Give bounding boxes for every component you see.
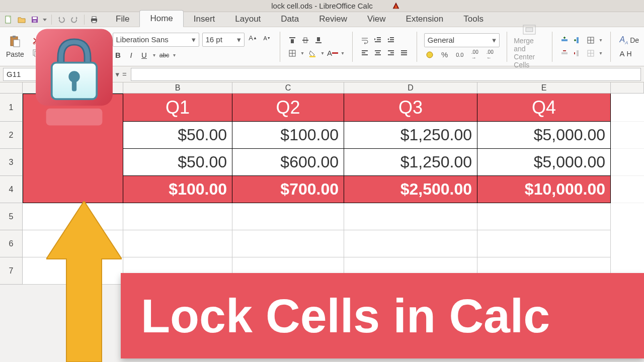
cell-E2[interactable]: $5,000.00 (477, 122, 611, 149)
italic-button[interactable]: I (126, 50, 137, 61)
col-header-B[interactable]: B (123, 82, 232, 94)
cell-C4[interactable]: $700.00 (232, 176, 344, 203)
cell-D3[interactable]: $1,250.00 (344, 149, 477, 176)
cell-C3[interactable]: $600.00 (232, 149, 344, 176)
cell-blank[interactable] (611, 230, 644, 257)
cell-D2[interactable]: $1,250.00 (344, 122, 477, 149)
cell-blank[interactable] (611, 203, 644, 230)
tab-insert[interactable]: Insert (184, 11, 225, 27)
cell-B2[interactable]: $50.00 (123, 122, 232, 149)
borders-button[interactable] (287, 48, 298, 59)
underline-button[interactable]: U (139, 50, 150, 61)
align-middle-button[interactable] (300, 35, 311, 46)
font-size-combo[interactable]: 16 pt ▾ (202, 33, 245, 47)
currency-button[interactable] (424, 49, 435, 60)
open-doc-icon[interactable] (16, 14, 27, 25)
cell-E1[interactable]: Q4 (477, 94, 611, 122)
tab-view[interactable]: View (357, 11, 396, 27)
decrease-indent-button[interactable] (385, 35, 396, 46)
tab-data[interactable]: Data (271, 11, 309, 27)
col-header-C[interactable]: C (232, 82, 344, 94)
cell-D1[interactable]: Q3 (344, 94, 477, 122)
row-header-7[interactable]: 7 (0, 257, 23, 285)
delete-col-button[interactable] (572, 48, 583, 59)
font-color-dropdown[interactable]: ▾ (340, 48, 345, 59)
new-doc-icon[interactable] (3, 14, 14, 25)
select-all-corner[interactable] (0, 82, 23, 94)
redo-icon[interactable] (69, 14, 80, 25)
insert-col-button[interactable] (572, 35, 583, 46)
merge-center-button[interactable]: Merge and Center Cells (514, 25, 544, 69)
delete-row-button[interactable] (559, 48, 570, 59)
increase-indent-button[interactable] (372, 35, 383, 46)
row-header-4[interactable]: 4 (0, 176, 23, 203)
overline-button[interactable]: ▾ (172, 50, 177, 61)
cell-blank[interactable] (611, 122, 644, 149)
cell-E5[interactable] (477, 203, 611, 230)
font-color-button[interactable]: A (327, 48, 338, 59)
font-name-combo[interactable]: Liberation Sans ▾ (113, 33, 199, 47)
align-justify-button[interactable] (398, 48, 410, 59)
add-decimal-button[interactable]: .00→ (469, 49, 480, 60)
cell-C5[interactable] (232, 203, 344, 230)
cell-blank[interactable] (611, 94, 644, 122)
align-top-button[interactable] (287, 35, 298, 46)
cell-E3[interactable]: $5,000.00 (477, 149, 611, 176)
number-button[interactable]: 0.0 (454, 49, 465, 60)
borders-dropdown[interactable]: ▾ (300, 48, 305, 59)
cell-B5[interactable] (123, 203, 232, 230)
row-header-2[interactable]: 2 (0, 122, 23, 149)
wrap-text-button[interactable] (359, 35, 370, 46)
strikethrough-button[interactable]: abc (159, 50, 170, 61)
tab-tools[interactable]: Tools (453, 11, 494, 27)
delete-cells-button[interactable] (585, 48, 596, 59)
row-header-5[interactable]: 5 (0, 203, 23, 230)
align-right-button[interactable] (385, 48, 396, 59)
cell-blank[interactable] (611, 149, 644, 176)
cell-B1[interactable]: Q1 (123, 94, 232, 122)
underline-dropdown[interactable]: ▾ (152, 50, 157, 61)
save-dropdown-icon[interactable] (42, 14, 47, 25)
col-header-extra[interactable] (611, 82, 644, 94)
equals-icon[interactable]: = (122, 70, 127, 78)
insert-row-button[interactable] (559, 35, 570, 46)
fill-color-button[interactable] (307, 48, 318, 59)
insert-cells-dropdown[interactable]: ▾ (598, 35, 603, 46)
grow-font-button[interactable]: A▲ (248, 33, 259, 44)
tab-layout[interactable]: Layout (225, 11, 271, 27)
row-header-3[interactable]: 3 (0, 149, 23, 176)
save-icon[interactable] (29, 14, 40, 25)
cell-B4[interactable]: $100.00 (123, 176, 232, 203)
cell-E4[interactable]: $10,000.00 (477, 176, 611, 203)
cell-D5[interactable] (344, 203, 477, 230)
cell-blank[interactable] (611, 176, 644, 203)
fill-color-dropdown[interactable]: ▾ (320, 48, 325, 59)
number-format-combo[interactable]: General ▾ (424, 33, 500, 47)
cell-D4[interactable]: $2,500.00 (344, 176, 477, 203)
align-center-button[interactable] (372, 48, 383, 59)
tab-extension[interactable]: Extension (396, 11, 454, 27)
cell-C1[interactable]: Q2 (232, 94, 344, 122)
delete-cells-dropdown[interactable]: ▾ (598, 48, 603, 59)
print-icon[interactable] (89, 14, 100, 25)
cell-style-default[interactable]: De (630, 36, 639, 44)
cell-C6[interactable] (232, 230, 344, 257)
col-header-E[interactable]: E (477, 82, 611, 94)
row-header-6[interactable]: 6 (0, 230, 23, 257)
cell-D6[interactable] (344, 230, 477, 257)
cell-B6[interactable] (123, 230, 232, 257)
cell-B3[interactable]: $50.00 (123, 149, 232, 176)
cell-style-heading[interactable]: H (626, 50, 631, 58)
formula-input[interactable] (131, 68, 641, 81)
align-bottom-button[interactable] (313, 35, 324, 46)
row-header-1[interactable]: 1 (0, 94, 23, 122)
remove-decimal-button[interactable]: .00← (485, 49, 496, 60)
cell-C2[interactable]: $100.00 (232, 122, 344, 149)
insert-cells-button[interactable] (585, 35, 596, 46)
tab-home[interactable]: Home (139, 10, 183, 27)
percent-button[interactable]: % (439, 49, 450, 60)
shrink-font-button[interactable]: A▼ (262, 33, 273, 44)
col-header-D[interactable]: D (344, 82, 477, 94)
undo-icon[interactable] (56, 14, 67, 25)
cell-E6[interactable] (477, 230, 611, 257)
